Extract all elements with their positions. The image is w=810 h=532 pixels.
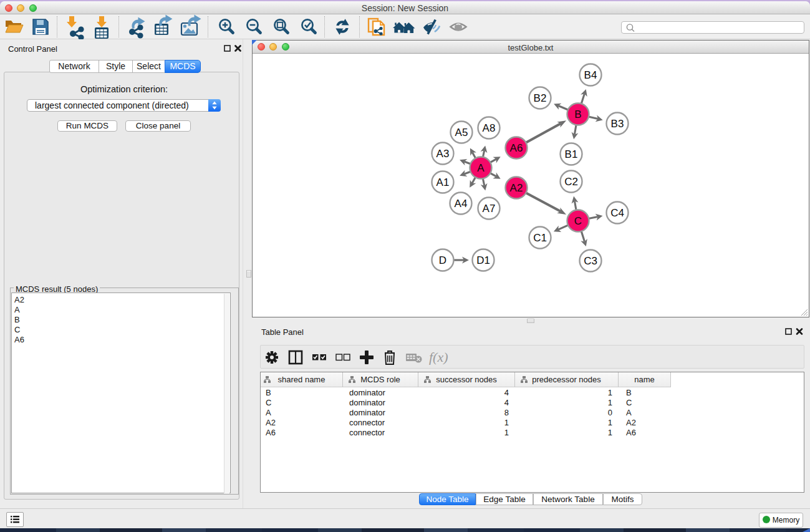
- svg-text:C4: C4: [610, 207, 624, 219]
- svg-text:B2: B2: [534, 92, 547, 104]
- svg-text:B: B: [574, 109, 581, 120]
- svg-text:A1: A1: [436, 177, 450, 188]
- svg-text:B4: B4: [584, 69, 597, 81]
- svg-text:B3: B3: [611, 118, 624, 130]
- svg-text:f(x): f(x): [429, 349, 448, 365]
- svg-text:A4: A4: [455, 198, 468, 210]
- svg-text:B1: B1: [565, 148, 578, 160]
- svg-text:C2: C2: [564, 176, 578, 188]
- svg-text:A8: A8: [483, 122, 496, 134]
- svg-text:A6: A6: [510, 142, 523, 154]
- svg-text:C1: C1: [533, 232, 547, 244]
- svg-text:A5: A5: [455, 127, 468, 138]
- svg-text:A2: A2: [510, 182, 523, 194]
- svg-text:C: C: [574, 215, 582, 227]
- svg-text:D1: D1: [476, 254, 490, 266]
- svg-text:D: D: [439, 254, 446, 266]
- svg-text:A3: A3: [436, 148, 450, 160]
- svg-text:A: A: [477, 162, 485, 174]
- svg-text:C3: C3: [584, 255, 597, 267]
- svg-text:A7: A7: [483, 203, 496, 215]
